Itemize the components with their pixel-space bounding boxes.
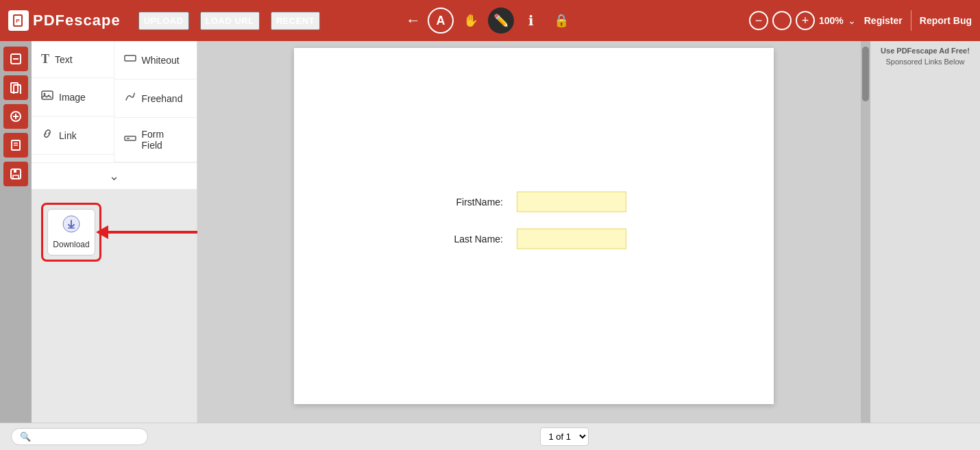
load-url-nav-link[interactable]: LOAD URL [200, 12, 260, 30]
tools-col-left: T Text Image Link [32, 41, 114, 162]
toolbar-right: − + 100% ⌄ Register Report Bug [749, 10, 972, 31]
tools-col-right: Whiteout Freehand Form Field [114, 41, 197, 162]
zoom-control: − + 100% ⌄ [749, 11, 856, 30]
whiteout-icon [124, 52, 136, 68]
svg-marker-23 [96, 225, 108, 239]
image-tool[interactable]: Image [32, 78, 114, 116]
report-bug-button[interactable]: Report Bug [920, 15, 972, 26]
sidebar-icons [0, 41, 32, 423]
back-button[interactable]: ← [406, 12, 421, 29]
search-box: 🔍 [11, 428, 148, 445]
sidebar-icon-save[interactable] [3, 162, 28, 186]
scroll-thumb [862, 47, 869, 101]
link-tool-label: Link [59, 130, 77, 141]
ad-line2: Sponsored Links Below [876, 58, 975, 66]
form-field-icon [124, 132, 136, 148]
lastname-input[interactable] [517, 229, 626, 249]
ad-line1: Use PDFescape Ad Free! [876, 47, 975, 55]
freehand-tool[interactable]: Freehand [114, 79, 197, 118]
image-tool-label: Image [59, 92, 86, 103]
lock-icon: 🔒 [554, 13, 569, 28]
svg-text:P: P [16, 18, 20, 24]
firstname-label: FirstName: [441, 197, 503, 208]
download-button[interactable]: Download [47, 209, 95, 255]
info-icon: ℹ [528, 12, 534, 29]
form-row-firstname: FirstName: [441, 192, 626, 212]
svg-rect-14 [14, 169, 16, 173]
hand-icon: ✋ [463, 13, 478, 28]
freehand-icon [124, 90, 136, 106]
zoom-circle [772, 11, 792, 30]
pdf-area: FirstName: Last Name: [197, 41, 870, 423]
bottom-bar: 🔍 1 of 1 [0, 423, 980, 450]
recent-nav-link[interactable]: RECENT [271, 12, 320, 30]
top-nav: P PDFescape UPLOAD LOAD URL RECENT ← A ✋… [0, 0, 980, 41]
form-row-lastname: Last Name: [441, 229, 626, 249]
whiteout-tool-label: Whiteout [142, 55, 180, 66]
lastname-label: Last Name: [441, 234, 503, 245]
toolbar-center: ← A ✋ ✏️ ℹ 🔒 [406, 8, 574, 34]
download-label: Download [53, 240, 89, 249]
main-content: T Text Image Link [0, 41, 980, 423]
sidebar-icon-annotate[interactable] [3, 104, 28, 129]
pdf-form: FirstName: Last Name: [441, 192, 626, 249]
logo-icon: P [8, 10, 29, 31]
more-tools-button[interactable]: ⌄ [32, 163, 197, 189]
arrow-svg [96, 215, 206, 249]
register-button[interactable]: Register [864, 15, 903, 26]
form-field-tool[interactable]: Form Field [114, 118, 197, 162]
link-tool[interactable]: Link [32, 116, 114, 155]
logo-text: PDFescape [33, 12, 121, 29]
download-highlight-box: Download [41, 203, 101, 262]
info-button[interactable]: ℹ [518, 8, 544, 34]
page-select-wrapper: 1 of 1 [540, 427, 589, 446]
sidebar-icon-edit[interactable] [3, 47, 28, 71]
svg-rect-18 [125, 136, 136, 140]
freehand-tool-label: Freehand [142, 93, 183, 104]
zoom-out-button[interactable]: − [749, 11, 768, 30]
form-field-tool-label: Form Field [142, 129, 188, 151]
pdf-page: FirstName: Last Name: [294, 48, 774, 404]
text-tool-icon: A [437, 14, 445, 28]
download-area: Download [32, 189, 197, 423]
logo: P PDFescape [8, 10, 121, 31]
download-btn-wrapper: Download [41, 203, 101, 262]
text-tool[interactable]: T Text [32, 41, 114, 78]
zoom-dropdown-icon: ⌄ [848, 15, 856, 26]
svg-rect-17 [125, 55, 136, 61]
search-input[interactable] [35, 432, 131, 442]
pdf-scrollbar[interactable] [861, 41, 870, 423]
text-tool-label: Text [55, 54, 73, 65]
search-icon: 🔍 [20, 432, 31, 442]
upload-nav-link[interactable]: UPLOAD [138, 12, 189, 30]
tools-panel: T Text Image Link [32, 41, 197, 423]
hand-tool-button[interactable]: ✋ [458, 8, 484, 34]
chevron-down-icon: ⌄ [109, 168, 119, 184]
tools-grid: T Text Image Link [32, 41, 197, 163]
sidebar-icon-pages[interactable] [3, 75, 28, 100]
text-tool-button[interactable]: A [428, 8, 454, 34]
zoom-value: 100% [819, 15, 844, 26]
download-icon [62, 215, 80, 237]
zoom-in-button[interactable]: + [796, 11, 815, 30]
lock-button[interactable]: 🔒 [548, 8, 574, 34]
firstname-input[interactable] [517, 192, 626, 212]
page-select[interactable]: 1 of 1 [540, 427, 589, 446]
pencil-icon: ✏️ [493, 13, 509, 28]
sidebar-icon-bookmark[interactable] [3, 133, 28, 158]
image-icon [41, 89, 53, 105]
link-icon [41, 127, 53, 143]
arrow-indicator [96, 215, 206, 249]
edit-tool-button[interactable]: ✏️ [488, 8, 514, 34]
ad-sidebar: Use PDFescape Ad Free! Sponsored Links B… [870, 41, 980, 423]
nav-divider [911, 10, 911, 31]
whiteout-tool[interactable]: Whiteout [114, 41, 197, 79]
text-icon: T [41, 52, 49, 66]
